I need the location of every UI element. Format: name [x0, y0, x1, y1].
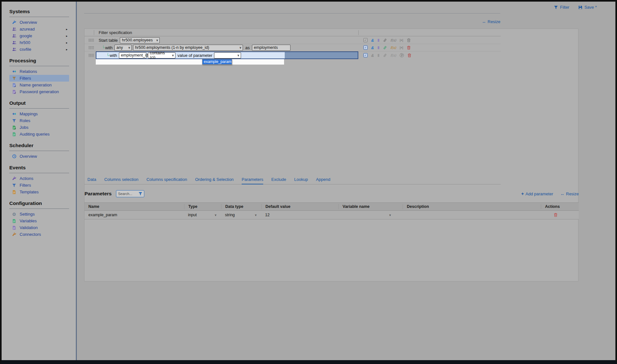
trash-icon[interactable] [407, 38, 411, 42]
quantifier-select[interactable]: any ∨ [114, 45, 132, 51]
enabled-checkbox[interactable]: ✓ [363, 53, 368, 58]
column-select[interactable]: employment_id ∨ [119, 52, 147, 58]
and-icon[interactable]: & [371, 46, 374, 49]
chevron-down-icon[interactable]: ∨ [389, 213, 391, 217]
drag-handle-icon[interactable] [88, 39, 94, 42]
filter-row-start-table: Start table hr500.employees ∨ ✓ & ‖ f(x)… [85, 37, 501, 44]
param-variable-name-cell[interactable]: ∨ [338, 213, 403, 217]
expand-icon[interactable]: ▸ [66, 48, 67, 51]
and-icon[interactable]: & [371, 53, 374, 57]
chevron-down-icon: ∨ [156, 39, 158, 42]
resize-button-label: Resize [487, 19, 500, 24]
sidebar-item-actions[interactable]: Actions [9, 175, 69, 182]
function-icon[interactable]: f(x) [390, 39, 396, 42]
sidebar-item-jobs[interactable]: Jobs [9, 124, 69, 131]
link-icon[interactable] [383, 38, 387, 42]
parallel-icon[interactable]: ‖ [378, 53, 380, 57]
sidebar-item-google[interactable]: google ▸ [9, 32, 69, 39]
link-icon[interactable] [383, 46, 387, 49]
tab-exclude[interactable]: Exclude [271, 177, 286, 184]
expand-icon[interactable]: ▸ [66, 28, 67, 31]
enabled-checkbox[interactable]: ✓ [363, 38, 368, 42]
sidebar-item-validation[interactable]: Validation [9, 224, 69, 231]
expand-icon[interactable]: ▸ [66, 34, 67, 38]
and-icon[interactable]: & [371, 38, 374, 42]
filter-button[interactable]: Filter [553, 5, 569, 10]
sidebar-item-label: Overview [20, 20, 37, 25]
sidebar-item-azuread[interactable]: azuread ▸ [9, 26, 69, 32]
trash-icon[interactable] [554, 213, 558, 217]
enabled-checkbox[interactable]: ✓ [363, 46, 368, 50]
sidebar-item-label: Roles [20, 118, 30, 123]
toolbar: Filter Save * [553, 5, 597, 10]
tab-columns-specification[interactable]: Columns specification [147, 177, 187, 184]
parameter-icon[interactable]: Ⓟ [400, 53, 404, 58]
sidebar-item-label: Filters [20, 76, 31, 81]
sidebar-item-event-filters[interactable]: Filters [9, 182, 69, 189]
link-icon[interactable] [383, 53, 387, 57]
drag-handle-icon[interactable] [88, 54, 94, 57]
relation-select[interactable]: hr500.employments (1-n by employee_id) ∨ [133, 45, 243, 51]
section-title: Scheduler [9, 141, 69, 151]
absolute-icon[interactable]: |×| [400, 39, 403, 42]
sidebar-item-roles[interactable]: Roles [9, 117, 69, 124]
trash-icon[interactable] [407, 46, 411, 49]
sidebar-item-relations[interactable]: Relations [9, 68, 69, 75]
clock-icon [12, 154, 17, 159]
tab-parameters[interactable]: Parameters [242, 177, 263, 184]
tab-ordering-selection[interactable]: Ordering & Selection [195, 177, 234, 184]
function-icon[interactable]: f(x) [390, 46, 396, 49]
parameters-title: Parameters [85, 191, 112, 197]
add-parameter-button[interactable]: + Add parameter [521, 191, 553, 196]
sidebar-item-mappings[interactable]: Mappings [9, 111, 69, 117]
chevron-down-icon[interactable]: ∨ [215, 213, 217, 217]
param-type-cell[interactable]: input ∨ [184, 213, 221, 217]
tab-data[interactable]: Data [87, 177, 96, 184]
start-table-select[interactable]: hr500.employees ∨ [120, 37, 160, 43]
tab-lookup[interactable]: Lookup [294, 177, 308, 184]
function-icon[interactable]: f(x) [390, 54, 396, 57]
sidebar-item-overview[interactable]: Overview [9, 19, 69, 26]
sidebar-item-settings[interactable]: ⚙ Settings [9, 211, 69, 218]
sidebar-item-hr500[interactable]: hr500 ▸ [9, 39, 69, 46]
row-actions: ✓ & ‖ f(x) Ⓟ [363, 53, 411, 58]
sidebar-item-scheduler-overview[interactable]: Overview [9, 153, 69, 160]
sidebar-item-auditing-queries[interactable]: Auditing queries [9, 131, 69, 138]
expand-icon[interactable]: ▸ [66, 41, 67, 44]
sidebar-item-name-generation[interactable]: Name generation [9, 82, 69, 88]
alias-input[interactable] [252, 45, 291, 51]
sidebar-item-label: google [20, 33, 32, 38]
table-row: example_param input ∨ string ∨ 12 ∨ [85, 211, 579, 219]
sidebar-item-variables[interactable]: Variables [9, 218, 69, 224]
parallel-icon[interactable]: ‖ [378, 46, 380, 49]
parameter-select[interactable]: ∨ [214, 52, 241, 58]
parallel-icon[interactable]: ‖ [378, 38, 380, 42]
search-input[interactable] [118, 192, 138, 196]
sidebar-item-password-generation[interactable]: Password generation [9, 88, 69, 95]
sidebar-item-filters[interactable]: Filters [9, 75, 69, 82]
condition-row-box[interactable]: └ with employment_id ∨ contains (ci) ∨ v… [96, 51, 358, 59]
tab-columns-selection[interactable]: Columns selection [104, 177, 138, 184]
drag-handle-icon[interactable] [88, 46, 94, 49]
sidebar-item-label: Auditing queries [20, 132, 49, 137]
parameters-resize-button[interactable]: ↔ Resize [560, 191, 579, 196]
tab-append[interactable]: Append [316, 177, 330, 184]
filter-icon [12, 183, 17, 188]
wrench-icon [12, 176, 17, 181]
param-data-type-cell[interactable]: string ∨ [221, 213, 261, 217]
dropdown-option-example-param[interactable]: example_param [202, 59, 232, 64]
sidebar-item-connectors[interactable]: Connectors [9, 231, 69, 238]
sidebar-item-csvfile[interactable]: csvfile ▸ [9, 46, 69, 53]
trash-icon[interactable] [407, 53, 411, 57]
param-default-value-cell[interactable]: 12 [261, 213, 338, 217]
chevron-down-icon[interactable]: ∨ [255, 213, 257, 217]
search-filter-icon [139, 191, 142, 196]
operator-select[interactable]: contains (ci) ∨ [148, 52, 175, 58]
resize-button[interactable]: ↔ Resize [482, 19, 500, 24]
sidebar-item-templates[interactable]: Templates [9, 189, 69, 195]
save-button[interactable]: Save * [578, 5, 597, 10]
search-box [116, 190, 144, 197]
section-title: Processing [9, 56, 69, 66]
absolute-icon[interactable]: |×| [400, 46, 403, 49]
document-icon [12, 218, 17, 223]
